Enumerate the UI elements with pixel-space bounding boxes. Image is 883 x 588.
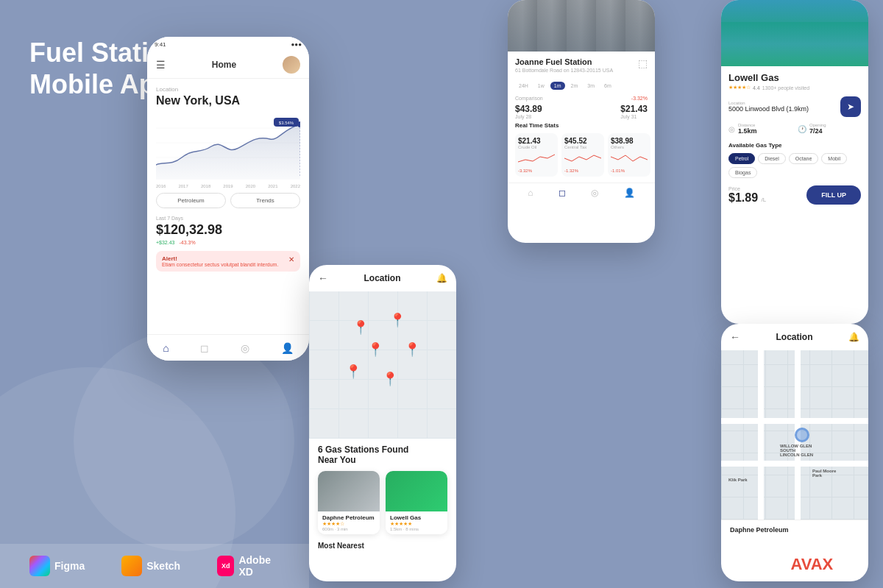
distance-value: 1.5km — [738, 127, 757, 135]
alert-content: Alert! Etiam consectetur sectus volutpat… — [162, 255, 278, 267]
loc-title: Location — [364, 273, 401, 283]
total-amount: $120,32.98 — [156, 222, 300, 238]
lowell-phone: Lowell Gas ★★★★☆ 4.4 1300+ people visite… — [721, 0, 868, 324]
joanne-nav-user[interactable]: 👤 — [624, 188, 635, 198]
tool-sketch[interactable]: Sketch — [121, 556, 180, 576]
stat-others: $38.98 Others -1.01% — [608, 133, 650, 177]
loc2-back-icon[interactable]: ← — [730, 331, 740, 343]
nav-home-icon[interactable]: ⌂ — [163, 342, 169, 354]
last-days-label: Last 7 Days — [156, 216, 300, 221]
svg-text:$3.54%: $3.54% — [279, 121, 294, 125]
main-phone: 9:41 ●●● ☰ Home Location New York, USA — [147, 37, 309, 361]
opening-block: Opening 7/24 — [809, 123, 826, 135]
stat-central: $45.52 Central Tax -1.32% — [561, 133, 604, 177]
stat-crude: $21.43 Crude Oil -3.32% — [515, 133, 558, 177]
sketch-label: Sketch — [146, 560, 180, 572]
date-left: July 28 — [515, 114, 542, 119]
map-background — [309, 291, 456, 439]
joanne-nav-home[interactable]: ⌂ — [528, 188, 533, 198]
most-nearest-label: Most Nearest — [309, 537, 456, 553]
status-bar: 9:41 ●●● — [147, 37, 309, 52]
phone-nav: ⌂ ◻ ◎ 👤 — [147, 334, 309, 361]
gas-diesel[interactable]: Diesel — [758, 153, 785, 164]
map-pin-5[interactable]: 📍 — [382, 371, 398, 387]
realtime-label: Real Time Stats — [508, 122, 655, 129]
price-value: $1.89 — [728, 191, 758, 204]
price-right: $21.43 — [620, 104, 648, 114]
tool-xd[interactable]: Xd Adobe XD — [217, 554, 280, 578]
share-icon[interactable]: ⬚ — [638, 57, 648, 69]
tool-figma[interactable]: Figma — [29, 556, 85, 576]
rating-label: 1300+ people visited — [762, 85, 809, 91]
price-left-block: $43.89 July 28 — [515, 104, 542, 119]
location-phone: ← Location 🔔 📍 📍 📍 📍 📍 📍 6 Gas Stations … — [309, 265, 456, 581]
price-chart: $3.54% — [156, 113, 300, 180]
alert-close-icon[interactable]: ✕ — [288, 255, 294, 263]
avatar[interactable] — [283, 56, 300, 74]
tab-1m[interactable]: 1m — [550, 82, 565, 90]
location-map: 📍 📍 📍 📍 📍 📍 — [309, 291, 456, 439]
daphne-stars: ★★★★☆ — [322, 521, 375, 527]
joanne-nav-map[interactable]: ◎ — [591, 188, 598, 198]
crude-chart — [518, 151, 555, 166]
map-pin-4[interactable]: 📍 — [404, 341, 420, 358]
alert-box: Alert! Etiam consectetur sectus volutpat… — [156, 251, 300, 272]
comparison-row: Comparison -3.32% — [508, 96, 655, 101]
map-station-name: Daphne Petroleum — [730, 526, 859, 534]
loc2-header: ← Location 🔔 — [721, 324, 868, 350]
distance-block: Distance 1.5km — [738, 123, 757, 135]
lowell-name: Lowell Gas — [728, 72, 861, 83]
road-v2 — [758, 350, 764, 520]
daphne-details: 600m · 3 min — [322, 527, 375, 531]
map-pin-1[interactable]: 📍 — [352, 319, 369, 336]
back-icon[interactable]: ← — [318, 272, 328, 284]
sketch-icon — [121, 556, 142, 576]
home-title: Home — [212, 60, 236, 70]
tab-3m[interactable]: 3m — [584, 82, 598, 90]
nav-location-icon[interactable]: ◎ — [241, 342, 249, 354]
navigate-button[interactable]: ➤ — [840, 96, 861, 117]
lowell-card-details: 1.5km · 8 mins — [390, 527, 443, 531]
station-card-lowell[interactable]: Lowell Gas ★★★★★ 1.5km · 8 mins — [386, 471, 447, 534]
loc-header: ← Location 🔔 — [309, 265, 456, 291]
gas-biogas[interactable]: Biogas — [728, 167, 757, 178]
joanne-station-name: Joanne Fuel Station — [515, 57, 613, 66]
lowell-loc-info: Location 5000 Linwood Blvd (1.9km) — [728, 101, 809, 113]
station-card-daphne[interactable]: Daphne Petroleum ★★★★☆ 600m · 3 min — [318, 471, 380, 534]
xd-label: Adobe XD — [238, 554, 280, 578]
bell-icon[interactable]: 🔔 — [436, 273, 447, 283]
daphne-info: Daphne Petroleum ★★★★☆ 600m · 3 min — [318, 511, 380, 534]
full-map: WILLOW GLENSOUTHLINCOLN GLEN Klik Park P… — [721, 350, 868, 520]
joanne-nav: ⌂ ◻ ◎ 👤 — [508, 183, 655, 202]
daphne-name: Daphne Petroleum — [322, 514, 375, 521]
station-photo-bg — [508, 0, 655, 52]
prices-row: $43.89 July 28 $21.43 July 31 — [508, 104, 655, 119]
nav-gallery-icon[interactable]: ◻ — [200, 342, 209, 354]
gas-octane[interactable]: Octane — [789, 153, 819, 164]
nav-profile-icon[interactable]: 👤 — [281, 342, 294, 354]
tab-2m[interactable]: 2m — [567, 82, 582, 90]
gas-mobil[interactable]: Mobil — [821, 153, 847, 164]
map-pin-3[interactable]: 📍 — [367, 341, 383, 358]
fill-up-button[interactable]: FILL UP — [806, 185, 861, 205]
comparison-label: Comparison — [515, 96, 543, 101]
tab-trends[interactable]: Trends — [230, 193, 300, 208]
gas-petrol[interactable]: Petrol — [728, 153, 755, 164]
lowell-card-info: Lowell Gas ★★★★★ 1.5km · 8 mins — [386, 511, 447, 534]
tab-1w[interactable]: 1w — [534, 82, 548, 90]
map-pin-2[interactable]: 📍 — [389, 312, 405, 328]
tab-petroleum[interactable]: Petroleum — [156, 193, 226, 208]
comparison-change: -3.32% — [631, 96, 648, 101]
loc2-bell-icon[interactable]: 🔔 — [848, 332, 859, 342]
map-pin-6[interactable]: 📍 — [345, 364, 361, 380]
tab-6m[interactable]: 6m — [600, 82, 615, 90]
crude-label: Crude Oil — [518, 145, 555, 149]
watermark: AVAX GFX .com — [790, 556, 861, 581]
info-row: ◎ Distance 1.5km 🕐 Opening 7/24 — [728, 123, 861, 135]
joanne-nav-gallery[interactable]: ◻ — [558, 188, 566, 198]
change-negative: -43.3% — [180, 240, 196, 245]
found-text: 6 Gas Stations Found Near You — [309, 439, 456, 468]
tab-24h[interactable]: 24H — [515, 82, 532, 90]
station-cards: Daphne Petroleum ★★★★☆ 600m · 3 min Lowe… — [309, 468, 456, 537]
hamburger-icon[interactable]: ☰ — [156, 59, 166, 71]
